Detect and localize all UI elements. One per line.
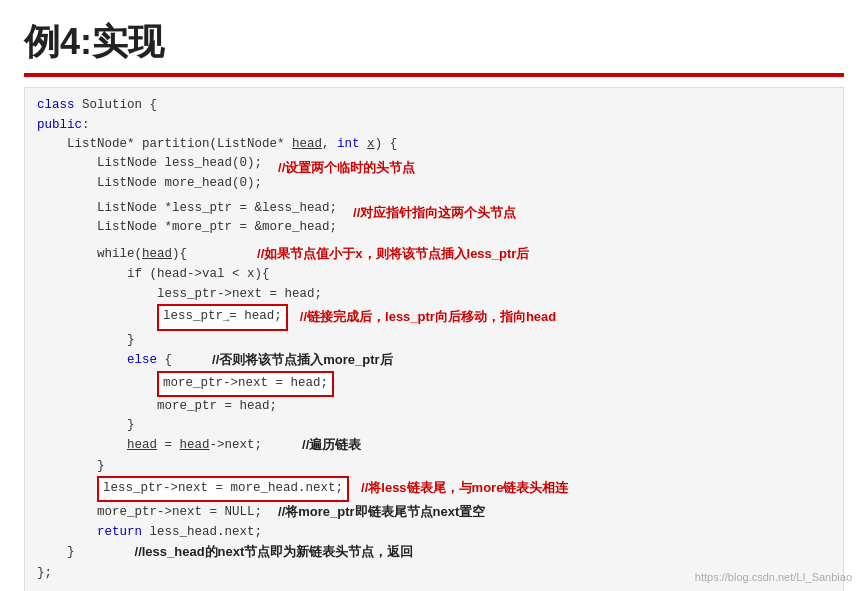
code-line-9: if (head->val < x){ — [37, 265, 831, 284]
annotation-l11: //链接完成后，less_ptr向后移动，指向head — [300, 309, 556, 324]
annotation-l22: //less_head的next节点即为新链表头节点，返回 — [135, 544, 414, 559]
code-lines-4-5-group: ListNode less_head(0); ListNode more_hea… — [37, 154, 831, 193]
code-line-21: return less_head.next; — [37, 523, 831, 542]
head-while-underline: head — [142, 247, 172, 261]
code-line-18: } — [37, 457, 831, 476]
code-line-22: } — [37, 543, 75, 562]
code-line-5: ListNode more_head(0); — [37, 174, 262, 193]
code-line-20: more_ptr->next = NULL; — [37, 503, 262, 522]
code-line-10: less_ptr->next = head; — [37, 285, 831, 304]
code-line-13: else { — [37, 351, 172, 370]
code-line-17-group: head = head->next; //遍历链表 — [37, 435, 831, 456]
code-line-8-group: while(head){ //如果节点值小于x，则将该节点插入less_ptr后 — [37, 244, 831, 265]
code-line-4: ListNode less_head(0); — [37, 154, 262, 173]
code-line-20-group: more_ptr->next = NULL; //将more_ptr即链表尾节点… — [37, 502, 831, 523]
code-line-2: public: — [37, 116, 831, 135]
code-line-14: more_ptr->next = head; — [37, 371, 831, 396]
code-block: class Solution { public: ListNode* parti… — [24, 87, 844, 591]
x-underline: x — [367, 137, 375, 151]
code-line-6: ListNode *less_ptr = &less_head; — [37, 199, 337, 218]
head-underline: head — [292, 137, 322, 151]
annotation-l13: //否则将该节点插入more_ptr后 — [212, 352, 393, 367]
code-line-17: head = head->next; — [37, 436, 262, 455]
annotation-l20: //将more_ptr即链表尾节点next置空 — [278, 504, 485, 519]
head-next-underline: head — [180, 438, 210, 452]
title-area: 例4:实现 — [24, 20, 844, 63]
keyword-return: return — [97, 523, 142, 542]
keyword-public: public — [37, 116, 82, 135]
code-lines-6-7-group: ListNode *less_ptr = &less_head; ListNod… — [37, 199, 831, 238]
annotation-l4-5: //设置两个临时的头节点 — [278, 160, 415, 175]
code-line-19: less_ptr->next = more_head.next; — [37, 476, 349, 501]
code-line-11-group: less_ptr→= head; //链接完成后，less_ptr向后移动，指向… — [37, 304, 831, 331]
keyword-else: else — [127, 351, 157, 370]
code-line-11: less_ptr→= head; — [37, 304, 288, 331]
code-line-1: class Solution { — [37, 96, 831, 115]
annotation-l6-7: //对应指针指向这两个头节点 — [353, 205, 516, 220]
annotation-l8-9: //如果节点值小于x，则将该节点插入less_ptr后 — [257, 246, 529, 261]
head-underline-2: head — [127, 438, 157, 452]
code-line-16: } — [37, 416, 831, 435]
red-box-less-next: less_ptr->next = more_head.next; — [97, 476, 349, 501]
code-line-19-group: less_ptr->next = more_head.next; //将less… — [37, 476, 831, 501]
red-box-less-ptr: less_ptr→= head; — [157, 304, 288, 331]
spacer-2 — [37, 238, 831, 244]
code-line-22-group: } //less_head的next节点即为新链表头节点，返回 — [37, 542, 831, 563]
code-line-12: } — [37, 331, 831, 350]
code-line-8: while(head){ — [37, 245, 187, 264]
slide-title: 例4:实现 — [24, 20, 844, 63]
code-line-3: ListNode* partition(ListNode* head, int … — [37, 135, 831, 154]
code-text: Solution { — [82, 96, 157, 115]
keyword-class: class — [37, 96, 75, 115]
slide-container: 例4:实现 class Solution { public: ListNode*… — [0, 0, 868, 591]
annotation-l17: //遍历链表 — [302, 437, 361, 452]
annotation-l19: //将less链表尾，与more链表头相连 — [361, 480, 568, 495]
code-line-7: ListNode *more_ptr = &more_head; — [37, 218, 337, 237]
code-line-15: more_ptr = head; — [37, 397, 831, 416]
code-line-13-group: else { //否则将该节点插入more_ptr后 — [37, 350, 831, 371]
red-divider — [24, 73, 844, 77]
keyword-int: int — [337, 137, 360, 151]
red-box-more-ptr: more_ptr->next = head; — [157, 371, 334, 396]
watermark: https://blog.csdn.net/LI_Sanbiao — [695, 571, 852, 583]
